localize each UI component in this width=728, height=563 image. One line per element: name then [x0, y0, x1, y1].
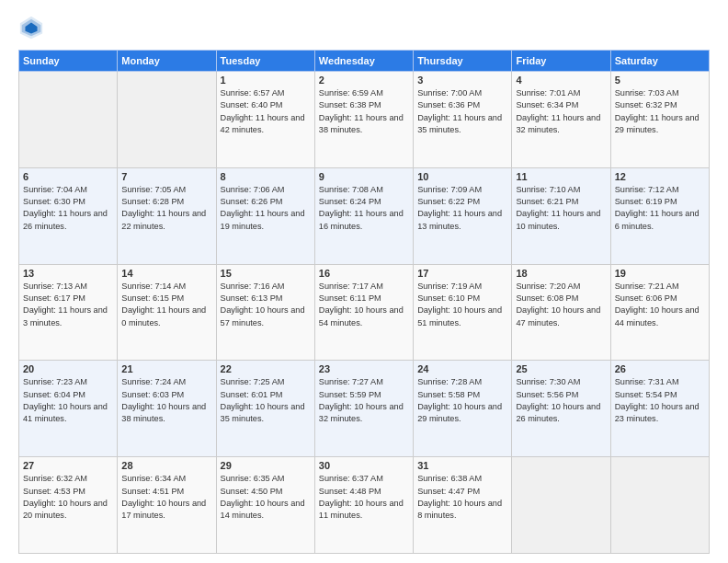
day-cell: 30Sunrise: 6:37 AM Sunset: 4:48 PM Dayli…	[314, 457, 413, 554]
day-info: Sunrise: 6:37 AM Sunset: 4:48 PM Dayligh…	[319, 473, 409, 522]
day-number: 2	[319, 75, 409, 86]
day-number: 25	[516, 363, 606, 374]
day-info: Sunrise: 7:10 AM Sunset: 6:21 PM Dayligh…	[516, 184, 606, 233]
day-info: Sunrise: 7:04 AM Sunset: 6:30 PM Dayligh…	[23, 184, 113, 233]
day-cell	[19, 72, 118, 168]
day-cell: 18Sunrise: 7:20 AM Sunset: 6:08 PM Dayli…	[512, 264, 610, 361]
header-day-saturday: Saturday	[610, 51, 709, 72]
day-cell: 24Sunrise: 7:28 AM Sunset: 5:58 PM Dayli…	[414, 361, 512, 457]
day-cell: 1Sunrise: 6:57 AM Sunset: 6:40 PM Daylig…	[216, 72, 314, 168]
day-cell: 12Sunrise: 7:12 AM Sunset: 6:19 PM Dayli…	[610, 167, 709, 264]
day-number: 28	[121, 460, 211, 471]
day-info: Sunrise: 7:25 AM Sunset: 6:01 PM Dayligh…	[221, 376, 311, 425]
day-cell: 25Sunrise: 7:30 AM Sunset: 5:56 PM Dayli…	[512, 361, 610, 457]
day-number: 20	[23, 363, 113, 374]
day-info: Sunrise: 6:35 AM Sunset: 4:50 PM Dayligh…	[221, 473, 311, 522]
day-info: Sunrise: 7:05 AM Sunset: 6:28 PM Dayligh…	[121, 184, 211, 233]
day-number: 3	[417, 75, 507, 86]
day-number: 13	[23, 268, 113, 279]
day-number: 11	[516, 171, 606, 182]
day-info: Sunrise: 7:09 AM Sunset: 6:22 PM Dayligh…	[417, 184, 507, 233]
calendar-table: SundayMondayTuesdayWednesdayThursdayFrid…	[18, 50, 710, 554]
day-number: 5	[615, 75, 705, 86]
day-cell: 13Sunrise: 7:13 AM Sunset: 6:17 PM Dayli…	[19, 264, 118, 361]
day-info: Sunrise: 7:13 AM Sunset: 6:17 PM Dayligh…	[23, 281, 113, 329]
day-number: 21	[121, 363, 211, 374]
day-number: 12	[615, 171, 705, 182]
day-cell: 27Sunrise: 6:32 AM Sunset: 4:53 PM Dayli…	[19, 457, 118, 554]
day-cell: 2Sunrise: 6:59 AM Sunset: 6:38 PM Daylig…	[314, 72, 413, 168]
header	[18, 15, 710, 40]
day-cell: 17Sunrise: 7:19 AM Sunset: 6:10 PM Dayli…	[414, 264, 512, 361]
day-info: Sunrise: 6:57 AM Sunset: 6:40 PM Dayligh…	[221, 87, 311, 136]
day-number: 27	[23, 460, 113, 471]
day-cell: 15Sunrise: 7:16 AM Sunset: 6:13 PM Dayli…	[216, 264, 314, 361]
day-cell: 26Sunrise: 7:31 AM Sunset: 5:54 PM Dayli…	[610, 361, 709, 457]
day-cell: 8Sunrise: 7:06 AM Sunset: 6:26 PM Daylig…	[216, 167, 314, 264]
day-cell	[512, 457, 610, 554]
day-cell	[118, 72, 216, 168]
day-cell: 31Sunrise: 6:38 AM Sunset: 4:47 PM Dayli…	[414, 457, 512, 554]
header-day-friday: Friday	[512, 51, 610, 72]
day-number: 17	[417, 268, 507, 279]
day-cell: 14Sunrise: 7:14 AM Sunset: 6:15 PM Dayli…	[118, 264, 216, 361]
day-info: Sunrise: 7:12 AM Sunset: 6:19 PM Dayligh…	[615, 184, 705, 233]
week-row-0: 1Sunrise: 6:57 AM Sunset: 6:40 PM Daylig…	[19, 72, 710, 168]
day-cell: 4Sunrise: 7:01 AM Sunset: 6:34 PM Daylig…	[512, 72, 610, 168]
day-number: 24	[417, 363, 507, 374]
day-cell: 29Sunrise: 6:35 AM Sunset: 4:50 PM Dayli…	[216, 457, 314, 554]
day-number: 31	[417, 460, 507, 471]
day-number: 9	[319, 171, 409, 182]
day-number: 4	[516, 75, 606, 86]
day-cell: 6Sunrise: 7:04 AM Sunset: 6:30 PM Daylig…	[19, 167, 118, 264]
day-cell: 28Sunrise: 6:34 AM Sunset: 4:51 PM Dayli…	[118, 457, 216, 554]
day-number: 10	[417, 171, 507, 182]
day-info: Sunrise: 6:59 AM Sunset: 6:38 PM Dayligh…	[319, 87, 409, 136]
day-info: Sunrise: 7:19 AM Sunset: 6:10 PM Dayligh…	[417, 281, 507, 329]
day-cell: 9Sunrise: 7:08 AM Sunset: 6:24 PM Daylig…	[314, 167, 413, 264]
day-number: 1	[221, 75, 311, 86]
week-row-3: 20Sunrise: 7:23 AM Sunset: 6:04 PM Dayli…	[19, 361, 710, 457]
week-row-2: 13Sunrise: 7:13 AM Sunset: 6:17 PM Dayli…	[19, 264, 710, 361]
day-number: 16	[319, 268, 409, 279]
day-info: Sunrise: 6:34 AM Sunset: 4:51 PM Dayligh…	[121, 473, 211, 522]
header-day-monday: Monday	[118, 51, 216, 72]
header-row: SundayMondayTuesdayWednesdayThursdayFrid…	[19, 51, 710, 72]
day-number: 23	[319, 363, 409, 374]
day-number: 22	[221, 363, 311, 374]
day-info: Sunrise: 7:30 AM Sunset: 5:56 PM Dayligh…	[516, 376, 606, 425]
day-cell: 3Sunrise: 7:00 AM Sunset: 6:36 PM Daylig…	[414, 72, 512, 168]
day-cell	[610, 457, 709, 554]
calendar-page: SundayMondayTuesdayWednesdayThursdayFrid…	[0, 0, 728, 563]
day-cell: 21Sunrise: 7:24 AM Sunset: 6:03 PM Dayli…	[118, 361, 216, 457]
week-row-4: 27Sunrise: 6:32 AM Sunset: 4:53 PM Dayli…	[19, 457, 710, 554]
logo-icon	[18, 15, 44, 40]
day-number: 18	[516, 268, 606, 279]
day-number: 29	[221, 460, 311, 471]
day-number: 7	[121, 171, 211, 182]
day-number: 6	[23, 171, 113, 182]
header-day-tuesday: Tuesday	[216, 51, 314, 72]
day-info: Sunrise: 7:03 AM Sunset: 6:32 PM Dayligh…	[615, 87, 705, 136]
day-cell: 23Sunrise: 7:27 AM Sunset: 5:59 PM Dayli…	[314, 361, 413, 457]
day-info: Sunrise: 6:32 AM Sunset: 4:53 PM Dayligh…	[23, 473, 113, 522]
week-row-1: 6Sunrise: 7:04 AM Sunset: 6:30 PM Daylig…	[19, 167, 710, 264]
day-info: Sunrise: 7:17 AM Sunset: 6:11 PM Dayligh…	[319, 281, 409, 329]
calendar-header: SundayMondayTuesdayWednesdayThursdayFrid…	[19, 51, 710, 72]
day-cell: 11Sunrise: 7:10 AM Sunset: 6:21 PM Dayli…	[512, 167, 610, 264]
header-day-wednesday: Wednesday	[314, 51, 413, 72]
day-number: 30	[319, 460, 409, 471]
day-number: 8	[221, 171, 311, 182]
logo	[18, 15, 48, 40]
header-day-sunday: Sunday	[19, 51, 118, 72]
day-info: Sunrise: 7:20 AM Sunset: 6:08 PM Dayligh…	[516, 281, 606, 329]
day-cell: 5Sunrise: 7:03 AM Sunset: 6:32 PM Daylig…	[610, 72, 709, 168]
day-info: Sunrise: 7:31 AM Sunset: 5:54 PM Dayligh…	[615, 376, 705, 425]
day-info: Sunrise: 7:16 AM Sunset: 6:13 PM Dayligh…	[221, 281, 311, 329]
day-number: 15	[221, 268, 311, 279]
day-info: Sunrise: 7:24 AM Sunset: 6:03 PM Dayligh…	[121, 376, 211, 425]
day-info: Sunrise: 7:08 AM Sunset: 6:24 PM Dayligh…	[319, 184, 409, 233]
day-cell: 19Sunrise: 7:21 AM Sunset: 6:06 PM Dayli…	[610, 264, 709, 361]
day-info: Sunrise: 7:00 AM Sunset: 6:36 PM Dayligh…	[417, 87, 507, 136]
day-cell: 22Sunrise: 7:25 AM Sunset: 6:01 PM Dayli…	[216, 361, 314, 457]
